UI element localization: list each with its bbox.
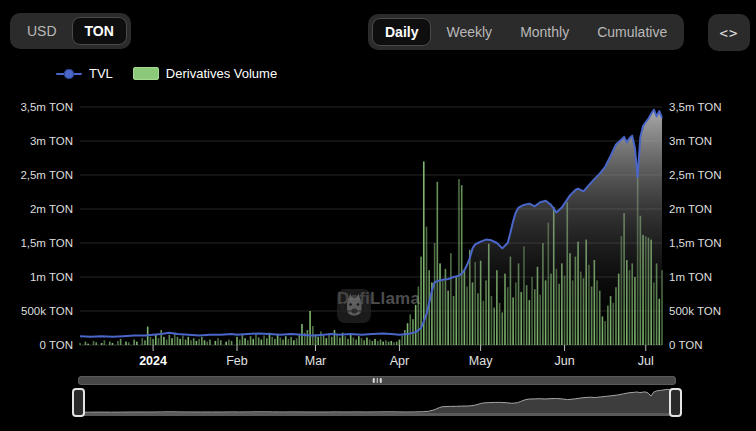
x-axis-label: Mar	[305, 354, 327, 368]
tab-monthly[interactable]: Monthly	[507, 18, 582, 46]
x-axis-label: May	[469, 354, 493, 368]
y-axis-label-right: 1,5m TON	[669, 237, 722, 249]
x-axis-label: 2024	[139, 354, 167, 368]
y-axis-label-left: 2m TON	[30, 203, 73, 215]
legend-item-tvl[interactable]: TVL	[56, 66, 113, 81]
y-axis-label-left: 3,5m TON	[20, 101, 73, 113]
main-chart-svg[interactable]: 0 TON0 TON500k TON500k TON1m TON1m TON1,…	[0, 95, 756, 375]
legend-item-derivatives-volume[interactable]: Derivatives Volume	[133, 66, 277, 81]
currency-option-usd[interactable]: USD	[14, 17, 70, 45]
y-axis-label-left: 1m TON	[30, 271, 73, 283]
x-axis-label: Apr	[390, 354, 409, 368]
brush-handle-right[interactable]	[669, 388, 682, 417]
y-axis-label-right: 2m TON	[669, 203, 712, 215]
tab-cumulative[interactable]: Cumulative	[584, 18, 680, 46]
x-axis-label: Feb	[226, 354, 248, 368]
defillama-chart-panel: USD TON DailyWeeklyMonthlyCumulative <> …	[0, 0, 756, 431]
tvl-line-marker-icon	[56, 68, 82, 80]
x-axis-label: Jul	[638, 354, 654, 368]
x-axis-label: Jun	[554, 354, 574, 368]
chart-area[interactable]: DefiLlama 0 TON0 TON500k TON500k TON1m T…	[0, 95, 756, 375]
brush-scrollbar-track[interactable]	[78, 376, 676, 385]
period-tabs: DailyWeeklyMonthlyCumulative	[368, 14, 684, 50]
y-axis-label-left: 0 TON	[40, 339, 73, 351]
y-axis-label-right: 0 TON	[669, 339, 702, 351]
range-brush	[78, 376, 676, 418]
brush-bottom-rail	[78, 413, 676, 416]
y-axis-label-left: 500k TON	[21, 305, 73, 317]
tab-daily[interactable]: Daily	[372, 18, 431, 46]
legend-label: Derivatives Volume	[166, 66, 277, 81]
y-axis-label-right: 500k TON	[669, 305, 721, 317]
chart-legend: TVLDerivatives Volume	[56, 66, 277, 81]
brush-preview-chart[interactable]	[78, 387, 676, 413]
y-axis-label-left: 3m TON	[30, 135, 73, 147]
y-axis-label-left: 1,5m TON	[20, 237, 73, 249]
embed-code-button[interactable]: <>	[708, 14, 750, 51]
tvl-area	[80, 110, 662, 345]
tab-weekly[interactable]: Weekly	[433, 18, 505, 46]
legend-label: TVL	[89, 66, 113, 81]
volume-bar-marker-icon	[133, 67, 159, 80]
brush-preview-area	[78, 389, 676, 413]
currency-option-ton[interactable]: TON	[72, 17, 127, 45]
code-brackets-icon: <>	[720, 25, 739, 41]
y-axis-label-right: 3m TON	[669, 135, 712, 147]
brush-handle-left[interactable]	[72, 388, 85, 417]
brush-grip-icon[interactable]	[373, 378, 382, 383]
y-axis-label-right: 3,5m TON	[669, 101, 722, 113]
y-axis-label-left: 2,5m TON	[20, 169, 73, 181]
currency-toggle: USD TON	[10, 13, 131, 49]
y-axis-label-right: 2,5m TON	[669, 169, 722, 181]
y-axis-label-right: 1m TON	[669, 271, 712, 283]
